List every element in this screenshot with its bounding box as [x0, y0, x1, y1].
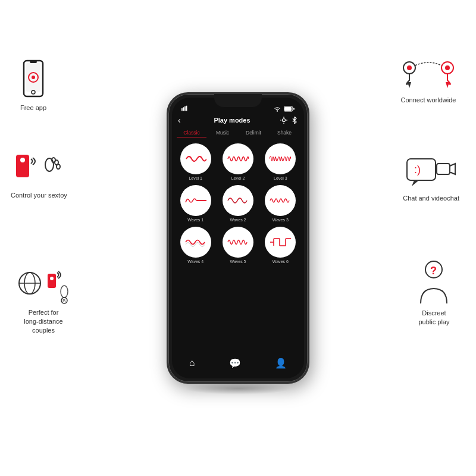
discreet-icon: ?	[415, 259, 453, 305]
waves1-wave-icon	[185, 194, 206, 207]
discreet-label: Discreet public play	[419, 309, 450, 327]
svg-marker-43	[408, 82, 411, 88]
vib-level2[interactable]: Level 2	[219, 143, 256, 180]
svg-text::): :)	[414, 164, 421, 176]
vib-waves4[interactable]: Waves 4	[177, 227, 214, 264]
connect-label: Connect worldwide	[401, 96, 456, 105]
tabs-container: Classic Music Delimit Shake	[172, 127, 304, 141]
svg-point-42	[407, 65, 412, 70]
phone-notch	[214, 94, 262, 107]
level1-wave-icon	[185, 152, 206, 165]
svg-marker-50	[450, 164, 455, 174]
svg-rect-47	[407, 159, 436, 180]
battery-icon	[284, 106, 295, 112]
vib-waves2[interactable]: Waves 2	[219, 185, 256, 222]
svg-rect-49	[437, 164, 450, 174]
svg-point-32	[57, 164, 60, 169]
svg-rect-0	[181, 108, 183, 111]
header-icons	[274, 117, 298, 124]
waves6-wave-icon	[270, 236, 291, 249]
vib-label-waves4: Waves 4	[187, 259, 203, 264]
vib-level3[interactable]: Level 3	[262, 143, 299, 180]
phone-outer: ‹ Play modes Classic	[167, 92, 309, 384]
vibration-grid: Level 1 Level 2	[172, 141, 304, 266]
waves3-wave-icon	[270, 194, 291, 207]
svg-text:B: B	[62, 298, 65, 303]
svg-point-26	[32, 76, 35, 79]
svg-point-37	[50, 277, 54, 280]
tab-music[interactable]: Music	[208, 129, 237, 137]
waves2-wave-icon	[227, 194, 249, 207]
couples-icon: B	[17, 262, 70, 305]
couples-label: Perfect for long-distance couples	[24, 308, 62, 335]
app-header: ‹ Play modes	[172, 114, 304, 127]
home-nav-button[interactable]: ⌂	[189, 358, 195, 368]
svg-point-45	[445, 65, 450, 70]
feature-free-app: Free app	[18, 60, 49, 112]
bluetooth-icon[interactable]	[291, 117, 298, 124]
svg-marker-46	[446, 82, 449, 88]
control-label: Control your sextoy	[11, 191, 67, 200]
signal-icon	[181, 105, 189, 112]
svg-point-38	[61, 286, 68, 298]
feature-couples: B Perfect for long-distance couples	[17, 262, 70, 335]
svg-text:?: ?	[430, 265, 437, 277]
bottom-navigation: ⌂ 💬 👤	[172, 352, 304, 374]
phone-mockup: ‹ Play modes Classic	[167, 92, 309, 384]
svg-point-4	[277, 110, 278, 111]
vib-label-waves2: Waves 2	[230, 218, 246, 222]
tab-shake[interactable]: Shake	[270, 129, 299, 137]
waves4-wave-icon	[185, 236, 206, 249]
chat-icon: :)	[406, 158, 456, 190]
control-icon	[15, 152, 62, 187]
wifi-icon	[273, 106, 281, 112]
connect-icon	[399, 60, 458, 92]
feature-control: Control your sextoy	[11, 152, 67, 200]
back-button[interactable]: ‹	[178, 115, 190, 125]
vib-label-waves5: Waves 5	[230, 259, 246, 264]
svg-rect-2	[184, 107, 186, 111]
vib-waves6[interactable]: Waves 6	[262, 227, 299, 264]
vib-level1[interactable]: Level 1	[177, 143, 214, 180]
vib-label-level1: Level 1	[189, 176, 202, 180]
settings-icon[interactable]	[280, 117, 287, 124]
vib-label-waves6: Waves 6	[273, 259, 289, 264]
phone-reflection	[184, 383, 292, 394]
tab-delimit[interactable]: Delimit	[239, 129, 268, 137]
vib-label-level3: Level 3	[274, 176, 287, 180]
chat-label: Chat and videochat	[403, 194, 459, 203]
svg-rect-6	[284, 107, 292, 111]
svg-point-8	[283, 119, 286, 122]
svg-rect-36	[48, 274, 56, 288]
feature-connect: Connect worldwide	[399, 60, 458, 105]
free-app-label: Free app	[20, 104, 46, 112]
vib-label-waves1: Waves 1	[187, 218, 203, 222]
svg-rect-24	[30, 61, 37, 63]
svg-rect-3	[186, 106, 187, 111]
vib-waves5[interactable]: Waves 5	[219, 227, 256, 264]
feature-chat: :) Chat and videochat	[403, 158, 459, 203]
vib-label-waves3: Waves 3	[273, 218, 289, 222]
free-app-icon	[18, 60, 49, 100]
svg-rect-1	[183, 107, 184, 111]
level3-wave-icon	[270, 152, 291, 165]
phone-screen: ‹ Play modes Classic	[172, 98, 304, 378]
svg-rect-7	[293, 108, 295, 110]
chat-nav-button[interactable]: 💬	[229, 358, 241, 369]
level2-wave-icon	[227, 152, 249, 165]
waves5-wave-icon	[227, 236, 249, 249]
tab-classic[interactable]: Classic	[177, 129, 206, 137]
profile-nav-button[interactable]: 👤	[275, 358, 287, 369]
svg-point-28	[20, 158, 25, 162]
page-title: Play modes	[190, 117, 274, 124]
feature-discreet: ? Discreet public play	[415, 259, 453, 327]
vib-waves1[interactable]: Waves 1	[177, 185, 214, 222]
vib-label-level2: Level 2	[231, 176, 245, 180]
vib-waves3[interactable]: Waves 3	[262, 185, 299, 222]
